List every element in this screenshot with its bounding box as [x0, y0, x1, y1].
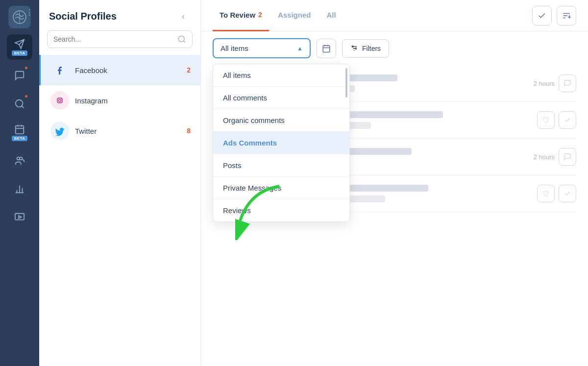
- nav-item-search[interactable]: [7, 91, 32, 117]
- row-actions: ♡: [537, 111, 576, 129]
- svg-point-21: [54, 95, 65, 106]
- nav-item-media[interactable]: [7, 205, 32, 230]
- items-dropdown-trigger[interactable]: All items ▲: [213, 38, 311, 58]
- sidebar-header: Social Profiles ‹: [39, 0, 200, 30]
- sidebar-search[interactable]: [47, 30, 193, 48]
- row-meta: 2 hours: [534, 148, 576, 166]
- facebook-profile-name: Facebook: [75, 66, 181, 74]
- main-content: To Review 2 Assigned All: [201, 0, 588, 366]
- check-button[interactable]: [559, 185, 576, 202]
- nav-item-calendar[interactable]: BETA: [7, 120, 32, 145]
- heart-button[interactable]: ♡: [537, 185, 555, 202]
- svg-point-38: [355, 48, 357, 49]
- nav-item-analytics[interactable]: [7, 176, 32, 202]
- sort-button[interactable]: [557, 6, 576, 25]
- facebook-count: 2: [187, 66, 191, 74]
- svg-line-19: [183, 41, 185, 42]
- svg-point-18: [178, 36, 184, 42]
- header-actions: [532, 6, 576, 25]
- profile-item-instagram[interactable]: Instagram: [39, 85, 200, 116]
- dropdown-scrollbar: [345, 68, 347, 98]
- twitter-profile-name: Twitter: [75, 127, 181, 135]
- filters-icon: [350, 45, 358, 52]
- profile-item-twitter[interactable]: Twitter 8: [39, 116, 200, 146]
- calendar-beta-badge: BETA: [12, 136, 27, 141]
- sidebar-collapse-button[interactable]: ‹: [176, 9, 191, 24]
- search-icon: [177, 35, 186, 44]
- row-meta: 2 hours: [534, 74, 576, 92]
- sidebar-title: Social Profiles: [49, 11, 117, 22]
- nav-item-audience[interactable]: [7, 148, 32, 173]
- dropdown-item-private-messages[interactable]: Private Messages: [213, 177, 349, 199]
- nav-bar: ⋮ BETA BETA: [0, 0, 39, 366]
- dropdown-item-ads-comments[interactable]: Ads Comments: [213, 132, 349, 154]
- svg-line-5: [22, 106, 24, 108]
- svg-point-24: [61, 98, 62, 99]
- search-notif-dot: [24, 94, 28, 98]
- items-dropdown-menu: All items All comments Organic comments …: [213, 64, 350, 222]
- nav-item-compose[interactable]: BETA: [7, 34, 32, 60]
- svg-marker-17: [19, 216, 22, 219]
- svg-rect-6: [16, 125, 24, 134]
- tab-to-review[interactable]: To Review 2: [213, 0, 269, 31]
- beta-badge: BETA: [12, 50, 27, 56]
- toolbar: All items ▲ Filters All items All commen…: [201, 31, 588, 65]
- filters-label: Filters: [362, 45, 381, 52]
- nav-item-inbox[interactable]: [7, 63, 32, 88]
- inbox-notif-dot: [24, 66, 28, 70]
- twitter-count: 8: [187, 127, 191, 135]
- nav-more-icon[interactable]: ⋮: [25, 8, 33, 17]
- check-button[interactable]: [559, 111, 576, 129]
- filters-button[interactable]: Filters: [342, 39, 389, 58]
- facebook-avatar: [50, 61, 69, 79]
- search-input[interactable]: [53, 35, 173, 43]
- svg-point-11: [20, 157, 23, 160]
- dropdown-item-reviews[interactable]: Reviews: [213, 199, 349, 221]
- comment-icon: [559, 148, 576, 166]
- dropdown-item-organic-comments[interactable]: Organic comments: [213, 109, 349, 132]
- to-review-count: 2: [258, 11, 262, 19]
- tab-all[interactable]: All: [319, 0, 343, 31]
- calendar-filter-button[interactable]: [317, 39, 336, 58]
- main-header: To Review 2 Assigned All: [201, 0, 588, 31]
- dropdown-item-posts[interactable]: Posts: [213, 154, 349, 177]
- dropdown-item-all-items[interactable]: All items: [213, 64, 349, 87]
- svg-rect-30: [323, 46, 330, 52]
- time-label: 2 hours: [534, 80, 555, 87]
- row-actions: ♡: [537, 185, 576, 202]
- profile-item-facebook[interactable]: Facebook 2: [39, 55, 200, 85]
- sidebar: Social Profiles ‹ Facebook 2 Inst: [39, 0, 201, 366]
- check-all-button[interactable]: [532, 6, 552, 25]
- instagram-avatar: [50, 91, 69, 110]
- heart-button[interactable]: ♡: [537, 111, 555, 129]
- svg-point-4: [16, 100, 23, 107]
- time-label: 2 hours: [534, 153, 555, 161]
- dropdown-arrow-icon: ▲: [297, 45, 303, 52]
- dropdown-item-all-comments[interactable]: All comments: [213, 87, 349, 109]
- dropdown-selected-label: All items: [220, 44, 248, 52]
- tab-assigned[interactable]: Assigned: [271, 0, 318, 31]
- comment-icon: [559, 74, 576, 92]
- instagram-profile-name: Instagram: [75, 97, 191, 105]
- twitter-avatar: [50, 122, 69, 140]
